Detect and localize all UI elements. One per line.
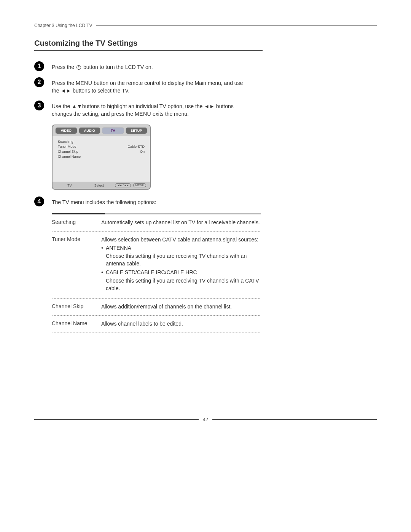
osd-row-label: Tuner Mode (58, 145, 76, 149)
option-desc: Allows channel labels to be edited. (101, 320, 261, 328)
osd-row-value: On (140, 150, 145, 153)
option-name: Channel Skip (52, 303, 101, 311)
option-desc-line: Allows selection between CATV cable and … (101, 236, 261, 244)
option-row: Tuner ModeAllows selection between CATV … (52, 232, 261, 299)
footer-rule (212, 419, 377, 420)
options-table: SearchingAutomatically sets up channel l… (52, 214, 261, 332)
step: 3Use the ▲▼buttons to highlight an indiv… (34, 101, 377, 118)
option-name: Tuner Mode (52, 236, 101, 294)
option-desc-line: Choose this setting if you are receiving… (101, 277, 261, 292)
osd-footer-left: TV (56, 184, 83, 187)
osd-footer: TVSelect◄● / ●►MENU (53, 182, 150, 189)
osd-row-label: Searching (58, 140, 73, 144)
step-text: Press the (52, 64, 76, 70)
osd-row-label: Channel Skip (58, 150, 78, 153)
osd-row-label: Channel Name (58, 155, 81, 158)
option-desc-line: Allows addition/removal of channels on t… (101, 303, 261, 311)
step-number: 1 (34, 61, 44, 71)
section-title: Customizing the TV Settings (34, 39, 377, 48)
step-number: 2 (34, 77, 44, 87)
step-number: 3 (34, 101, 44, 110)
power-icon (76, 65, 81, 70)
option-name: Channel Name (52, 320, 101, 328)
step-body: The TV menu includes the following optio… (52, 197, 250, 206)
option-row: SearchingAutomatically sets up channel l… (52, 214, 261, 232)
title-underline (34, 50, 263, 51)
chapter-header: Chapter 3 Using the LCD TV (34, 23, 377, 28)
page-number: 42 (200, 417, 211, 422)
osd-row: Searching (58, 140, 145, 144)
page-footer: 42 (34, 416, 377, 422)
menu-label: MENU (76, 80, 92, 86)
step-body: Use the ▲▼buttons to highlight an indivi… (52, 101, 250, 118)
osd-row: Tuner ModeCable-STD (58, 145, 145, 149)
step: 1Press the button to turn the LCD TV on. (34, 62, 377, 71)
option-row: Channel NameAllows channel labels to be … (52, 316, 261, 333)
osd-menu: VIDEOAUDIOTVSETUPSearchingTuner ModeCabl… (52, 125, 151, 190)
osd-footer-center: Select (83, 184, 115, 187)
step-body: Press the MENU button on the remote cont… (52, 78, 250, 94)
steps-list: 1Press the button to turn the LCD TV on.… (34, 62, 377, 332)
osd-row: Channel SkipOn (58, 150, 145, 153)
menu-label: MENU (135, 111, 151, 117)
option-desc: Allows addition/removal of channels on t… (101, 303, 261, 311)
step-text: exits the menu. (151, 111, 189, 117)
osd-arrow-hint: ◄● / ●► (115, 183, 131, 187)
step-text: Press the (52, 80, 76, 86)
step-number: 4 (34, 197, 44, 206)
chapter-label: Chapter 3 Using the LCD TV (34, 23, 96, 28)
osd-body: SearchingTuner ModeCable-STDChannel Skip… (53, 136, 150, 182)
osd-tab: TV (102, 128, 124, 134)
option-desc: Allows selection between CATV cable and … (101, 236, 261, 294)
osd-footer-right: ◄● / ●►MENU (115, 183, 146, 187)
osd-tab: SETUP (126, 128, 147, 134)
osd-tabs: VIDEOAUDIOTVSETUP (53, 125, 150, 136)
step-body: Press the button to turn the LCD TV on. (52, 62, 250, 71)
osd-tab: VIDEO (56, 128, 77, 134)
header-rule (96, 26, 377, 26)
step: 2Press the MENU button on the remote con… (34, 78, 377, 94)
option-row: Channel SkipAllows addition/removal of c… (52, 299, 261, 316)
option-desc-line: Allows channel labels to be edited. (101, 320, 261, 328)
osd-row: Channel Name (58, 155, 145, 158)
step-text: The TV menu includes the following optio… (52, 199, 156, 205)
footer-rule (34, 419, 199, 420)
option-desc-line: CABLE STD/CABLE IRC/CABLE HRC (101, 269, 261, 276)
option-desc-line: ANTENNA (101, 244, 261, 252)
option-desc: Automatically sets up channel list on TV… (101, 219, 261, 227)
option-name: Searching (52, 219, 101, 227)
step: 4The TV menu includes the following opti… (34, 197, 377, 206)
osd-tab: AUDIO (79, 128, 100, 134)
osd-row-value: Cable-STD (127, 145, 145, 149)
option-desc-line: Choose this setting if you are receiving… (101, 252, 261, 267)
step-text: button to turn the LCD TV on. (82, 64, 153, 70)
option-desc-line: Automatically sets up channel list on TV… (101, 219, 261, 227)
osd-menu-hint: MENU (133, 183, 146, 187)
